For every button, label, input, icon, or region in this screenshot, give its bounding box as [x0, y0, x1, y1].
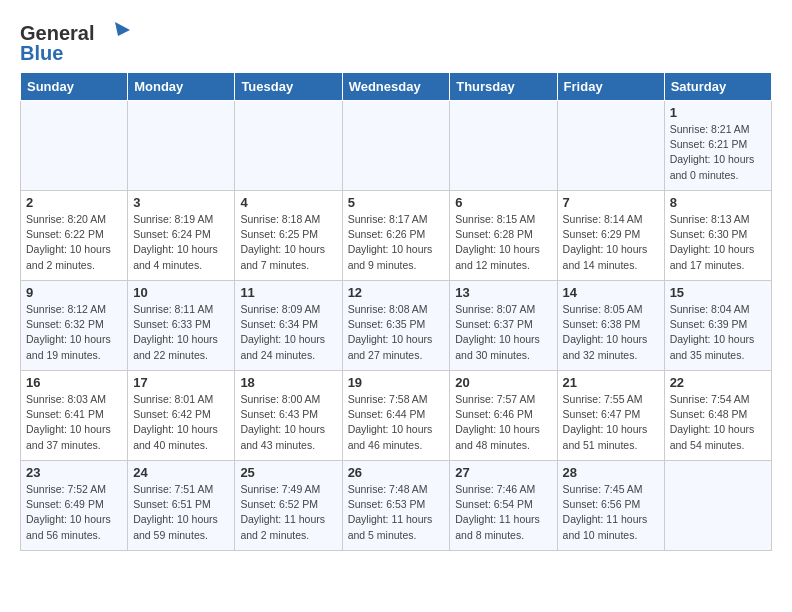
calendar-cell: 27Sunrise: 7:46 AM Sunset: 6:54 PM Dayli…: [450, 461, 557, 551]
day-number: 22: [670, 375, 766, 390]
day-info: Sunrise: 8:18 AM Sunset: 6:25 PM Dayligh…: [240, 212, 336, 273]
calendar-week-1: 1Sunrise: 8:21 AM Sunset: 6:21 PM Daylig…: [21, 101, 772, 191]
day-number: 17: [133, 375, 229, 390]
day-number: 9: [26, 285, 122, 300]
calendar-week-2: 2Sunrise: 8:20 AM Sunset: 6:22 PM Daylig…: [21, 191, 772, 281]
day-info: Sunrise: 8:12 AM Sunset: 6:32 PM Dayligh…: [26, 302, 122, 363]
day-info: Sunrise: 8:09 AM Sunset: 6:34 PM Dayligh…: [240, 302, 336, 363]
day-info: Sunrise: 7:55 AM Sunset: 6:47 PM Dayligh…: [563, 392, 659, 453]
calendar-cell: [557, 101, 664, 191]
weekday-header-tuesday: Tuesday: [235, 73, 342, 101]
day-number: 6: [455, 195, 551, 210]
day-info: Sunrise: 7:52 AM Sunset: 6:49 PM Dayligh…: [26, 482, 122, 543]
calendar-cell: 10Sunrise: 8:11 AM Sunset: 6:33 PM Dayli…: [128, 281, 235, 371]
day-info: Sunrise: 8:17 AM Sunset: 6:26 PM Dayligh…: [348, 212, 445, 273]
day-info: Sunrise: 8:00 AM Sunset: 6:43 PM Dayligh…: [240, 392, 336, 453]
day-info: Sunrise: 8:14 AM Sunset: 6:29 PM Dayligh…: [563, 212, 659, 273]
weekday-header-monday: Monday: [128, 73, 235, 101]
page-container: General Blue SundayMondayTuesdayWednesda…: [0, 0, 792, 561]
svg-text:General: General: [20, 22, 94, 44]
calendar-cell: 12Sunrise: 8:08 AM Sunset: 6:35 PM Dayli…: [342, 281, 450, 371]
day-info: Sunrise: 7:48 AM Sunset: 6:53 PM Dayligh…: [348, 482, 445, 543]
day-number: 28: [563, 465, 659, 480]
day-info: Sunrise: 8:05 AM Sunset: 6:38 PM Dayligh…: [563, 302, 659, 363]
day-number: 27: [455, 465, 551, 480]
day-info: Sunrise: 8:15 AM Sunset: 6:28 PM Dayligh…: [455, 212, 551, 273]
calendar-cell: 19Sunrise: 7:58 AM Sunset: 6:44 PM Dayli…: [342, 371, 450, 461]
day-info: Sunrise: 7:51 AM Sunset: 6:51 PM Dayligh…: [133, 482, 229, 543]
day-number: 8: [670, 195, 766, 210]
weekday-header-saturday: Saturday: [664, 73, 771, 101]
day-number: 4: [240, 195, 336, 210]
calendar-cell: 4Sunrise: 8:18 AM Sunset: 6:25 PM Daylig…: [235, 191, 342, 281]
calendar-cell: 21Sunrise: 7:55 AM Sunset: 6:47 PM Dayli…: [557, 371, 664, 461]
day-number: 25: [240, 465, 336, 480]
calendar-cell: [235, 101, 342, 191]
day-number: 2: [26, 195, 122, 210]
calendar-week-5: 23Sunrise: 7:52 AM Sunset: 6:49 PM Dayli…: [21, 461, 772, 551]
calendar-cell: 25Sunrise: 7:49 AM Sunset: 6:52 PM Dayli…: [235, 461, 342, 551]
calendar-cell: 17Sunrise: 8:01 AM Sunset: 6:42 PM Dayli…: [128, 371, 235, 461]
day-number: 18: [240, 375, 336, 390]
day-number: 13: [455, 285, 551, 300]
calendar-cell: 13Sunrise: 8:07 AM Sunset: 6:37 PM Dayli…: [450, 281, 557, 371]
weekday-header-sunday: Sunday: [21, 73, 128, 101]
calendar-cell: 8Sunrise: 8:13 AM Sunset: 6:30 PM Daylig…: [664, 191, 771, 281]
calendar-cell: 6Sunrise: 8:15 AM Sunset: 6:28 PM Daylig…: [450, 191, 557, 281]
svg-text:Blue: Blue: [20, 42, 63, 64]
calendar-table: SundayMondayTuesdayWednesdayThursdayFrid…: [20, 72, 772, 551]
day-number: 14: [563, 285, 659, 300]
weekday-header-friday: Friday: [557, 73, 664, 101]
calendar-cell: 15Sunrise: 8:04 AM Sunset: 6:39 PM Dayli…: [664, 281, 771, 371]
header: General Blue: [20, 20, 772, 64]
day-info: Sunrise: 8:11 AM Sunset: 6:33 PM Dayligh…: [133, 302, 229, 363]
day-info: Sunrise: 7:45 AM Sunset: 6:56 PM Dayligh…: [563, 482, 659, 543]
day-info: Sunrise: 8:13 AM Sunset: 6:30 PM Dayligh…: [670, 212, 766, 273]
calendar-week-4: 16Sunrise: 8:03 AM Sunset: 6:41 PM Dayli…: [21, 371, 772, 461]
calendar-header-row: SundayMondayTuesdayWednesdayThursdayFrid…: [21, 73, 772, 101]
logo-svg: General Blue: [20, 20, 130, 64]
day-number: 10: [133, 285, 229, 300]
day-number: 1: [670, 105, 766, 120]
calendar-cell: 23Sunrise: 7:52 AM Sunset: 6:49 PM Dayli…: [21, 461, 128, 551]
day-number: 21: [563, 375, 659, 390]
day-number: 23: [26, 465, 122, 480]
day-info: Sunrise: 8:08 AM Sunset: 6:35 PM Dayligh…: [348, 302, 445, 363]
day-info: Sunrise: 7:57 AM Sunset: 6:46 PM Dayligh…: [455, 392, 551, 453]
calendar-cell: 18Sunrise: 8:00 AM Sunset: 6:43 PM Dayli…: [235, 371, 342, 461]
calendar-cell: 16Sunrise: 8:03 AM Sunset: 6:41 PM Dayli…: [21, 371, 128, 461]
calendar-cell: 24Sunrise: 7:51 AM Sunset: 6:51 PM Dayli…: [128, 461, 235, 551]
calendar-cell: [128, 101, 235, 191]
day-number: 24: [133, 465, 229, 480]
svg-marker-1: [115, 22, 130, 36]
calendar-cell: 5Sunrise: 8:17 AM Sunset: 6:26 PM Daylig…: [342, 191, 450, 281]
day-number: 5: [348, 195, 445, 210]
calendar-cell: [450, 101, 557, 191]
day-info: Sunrise: 8:20 AM Sunset: 6:22 PM Dayligh…: [26, 212, 122, 273]
day-info: Sunrise: 8:03 AM Sunset: 6:41 PM Dayligh…: [26, 392, 122, 453]
day-number: 7: [563, 195, 659, 210]
day-number: 12: [348, 285, 445, 300]
day-info: Sunrise: 8:07 AM Sunset: 6:37 PM Dayligh…: [455, 302, 551, 363]
weekday-header-wednesday: Wednesday: [342, 73, 450, 101]
day-number: 20: [455, 375, 551, 390]
calendar-cell: 9Sunrise: 8:12 AM Sunset: 6:32 PM Daylig…: [21, 281, 128, 371]
day-number: 16: [26, 375, 122, 390]
calendar-cell: 28Sunrise: 7:45 AM Sunset: 6:56 PM Dayli…: [557, 461, 664, 551]
calendar-cell: 2Sunrise: 8:20 AM Sunset: 6:22 PM Daylig…: [21, 191, 128, 281]
day-number: 3: [133, 195, 229, 210]
calendar-cell: 7Sunrise: 8:14 AM Sunset: 6:29 PM Daylig…: [557, 191, 664, 281]
weekday-header-thursday: Thursday: [450, 73, 557, 101]
day-info: Sunrise: 7:46 AM Sunset: 6:54 PM Dayligh…: [455, 482, 551, 543]
calendar-cell: 1Sunrise: 8:21 AM Sunset: 6:21 PM Daylig…: [664, 101, 771, 191]
logo: General Blue: [20, 20, 130, 64]
day-number: 11: [240, 285, 336, 300]
day-info: Sunrise: 7:49 AM Sunset: 6:52 PM Dayligh…: [240, 482, 336, 543]
day-number: 19: [348, 375, 445, 390]
calendar-cell: 22Sunrise: 7:54 AM Sunset: 6:48 PM Dayli…: [664, 371, 771, 461]
calendar-cell: [21, 101, 128, 191]
calendar-cell: 14Sunrise: 8:05 AM Sunset: 6:38 PM Dayli…: [557, 281, 664, 371]
calendar-cell: 26Sunrise: 7:48 AM Sunset: 6:53 PM Dayli…: [342, 461, 450, 551]
day-number: 26: [348, 465, 445, 480]
day-info: Sunrise: 8:21 AM Sunset: 6:21 PM Dayligh…: [670, 122, 766, 183]
